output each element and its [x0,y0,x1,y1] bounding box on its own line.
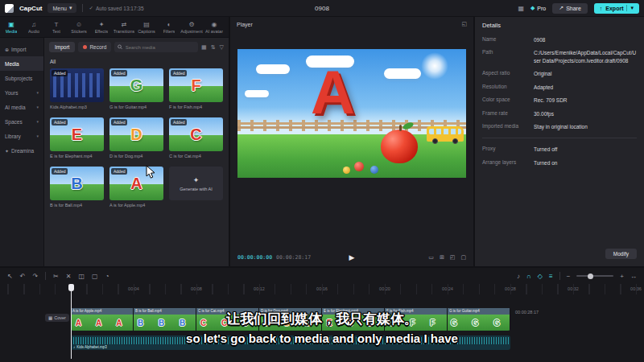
tab-captions[interactable]: ▤Captions [135,21,158,34]
media-item-f-fish[interactable]: F Added F is for Fish.mp4 [169,68,223,109]
workspace-layout-icon[interactable]: ▦ [518,5,524,12]
detach-player-icon[interactable]: ◱ [461,21,467,27]
sidebar-item-spaces[interactable]: Spaces▾ [0,114,43,129]
detail-row-resolution: ResolutionAdapted [482,84,637,91]
sidebar-item-media[interactable]: Media [0,56,43,71]
added-badge: Added [171,119,187,125]
tab-filters[interactable]: ◐Filters [158,21,180,34]
video-thumbnail[interactable]: E Added [50,117,104,151]
timeline-ruler[interactable]: 00:04 00:08 00:12 00:16 00:20 00:24 00:2… [0,284,644,294]
media-item-b-ball[interactable]: B Added B is for Ball.mp4 [50,167,104,208]
media-item-c-cat[interactable]: C Added C is for Cat.mp4 [169,117,223,158]
tab-media[interactable]: ▣Media [0,21,23,34]
sidebar-item-library[interactable]: Library▾ [0,129,43,143]
crop-icon[interactable]: ▢ [92,273,98,280]
total-duration: 00:00:28:17 [276,254,311,261]
subtitle-chinese: 让我们回到媒体，我只有媒体。 [0,310,644,328]
tab-audio[interactable]: ♫Audio [23,21,45,34]
mouse-cursor [146,165,156,183]
tab-text[interactable]: TText [45,21,68,34]
record-button[interactable]: Record [78,42,111,52]
sidebar-item-yours[interactable]: Yours▾ [0,85,43,100]
export-dropdown-caret[interactable]: ▾ [626,5,634,11]
delete-icon[interactable]: ✕ [66,273,72,280]
video-thumbnail[interactable]: C Added [169,117,223,151]
zoom-fit-icon[interactable]: ◰ [450,254,456,261]
share-button[interactable]: ↗ Share [552,3,588,14]
media-item-kids-alphabet[interactable]: Added Kids Alphabet.mp3 [50,68,104,109]
ratio-icon[interactable]: ▭ [428,254,434,261]
filter-icon[interactable]: ▽ [220,44,224,51]
zoom-slider-knob[interactable] [588,274,593,279]
pro-button[interactable]: ◆ Pro [530,5,546,11]
sort-icon[interactable]: ⇅ [211,44,216,51]
video-thumbnail[interactable]: G Added [109,68,163,102]
menu-button[interactable]: Menu ▾ [47,3,76,13]
split-icon[interactable]: ✂ [53,273,59,280]
play-button[interactable]: ▶ [349,253,355,261]
redo-icon[interactable]: ↷ [32,273,38,280]
audio-thumbnail[interactable]: Added [50,68,104,102]
media-item-d-dog[interactable]: D Added D is for Dog.mp4 [109,117,163,158]
video-thumbnail[interactable]: D Added [109,117,163,151]
voiceover-icon[interactable]: ♪ [517,273,520,280]
media-sidebar: ⊕Import Media Subprojects Yours▾ AI medi… [0,38,43,266]
zoom-in-icon[interactable]: + [620,273,624,280]
fit-timeline-icon[interactable]: ↔ [630,273,637,280]
timecode: 00:00:00:00 00:00:28:17 [237,254,311,261]
grid-view-icon[interactable]: ▦ [201,44,207,51]
mirror-icon[interactable]: ◫ [79,273,85,280]
fullscreen-icon[interactable]: ▢ [460,254,466,261]
detail-row-proxy: ProxyTurned off [482,146,637,153]
speed-icon[interactable]: ◔ [105,273,109,280]
media-tab-bar: ▣Media ♫Audio TText ☺Stickers ✦Effects ⇄… [0,17,229,37]
record-dot-icon [83,45,87,49]
added-badge: Added [52,70,68,76]
tab-ai-avatar[interactable]: ◉AI avatar [203,21,225,34]
red-ball-graphic [354,162,364,171]
details-panel: Details Name0908 PathC:/Users/Emenike/Ap… [475,17,644,266]
captions-icon: ▤ [143,21,150,28]
autosave-status: ✓ Auto saved 13:17:35 [89,5,143,11]
sidebar-item-dreamina[interactable]: ✦Dreamina [0,143,43,158]
video-thumbnail[interactable]: F Added [169,68,223,102]
select-tool-icon[interactable]: ↖ [7,273,13,280]
search-icon [118,44,122,50]
snapshot-icon[interactable]: ⊞ [440,254,444,261]
export-button[interactable]: ↑ Export ▾ [594,3,639,14]
sidebar-item-import[interactable]: ⊕Import [0,42,43,56]
tab-transitions[interactable]: ⇄Transitions [113,21,135,34]
transitions-icon: ⇄ [122,21,127,28]
media-search-box[interactable] [114,42,198,52]
generate-with-ai-tile[interactable]: ✦ Generate with AI [169,167,223,208]
divider [82,4,83,12]
zoom-out-icon[interactable]: − [567,273,571,280]
blue-ball-graphic [370,166,378,174]
video-preview[interactable]: A [237,49,466,178]
chevron-down-icon: ▾ [69,5,72,11]
playhead-head[interactable] [68,284,74,291]
import-media-button[interactable]: Import [49,42,75,52]
tab-adjustment[interactable]: ⚙Adjustment [180,21,203,34]
audio-icon: ♫ [31,21,36,28]
current-time: 00:00:00:00 [237,254,272,261]
waveform-icon [53,73,101,97]
search-input[interactable] [126,45,195,50]
sidebar-item-ai-media[interactable]: AI media▾ [0,100,43,114]
timeline-zoom-slider[interactable] [576,275,613,277]
share-arrow-icon: ↗ [559,5,564,11]
modify-button[interactable]: Modify [605,249,637,259]
sidebar-item-subprojects[interactable]: Subprojects [0,71,43,85]
media-grid: Added Kids Alphabet.mp3 G Added G is for… [44,68,229,208]
added-badge: Added [52,168,68,175]
video-thumbnail[interactable]: B Added [50,167,104,200]
media-item-g-guitar[interactable]: G Added G is for Guitar.mp4 [109,68,163,109]
undo-icon[interactable]: ↶ [20,273,26,280]
magnet-icon[interactable]: ∩ [526,273,531,280]
detail-row-frame-rate: Frame rate30.00fps [482,110,637,117]
keyframe-icon[interactable]: ◇ [538,273,543,280]
media-item-e-elephant[interactable]: E Added E is for Elephant.mp4 [50,117,104,158]
tab-effects[interactable]: ✦Effects [90,21,113,34]
tab-stickers[interactable]: ☺Stickers [68,21,90,34]
snap-icon[interactable]: ≡ [549,273,553,280]
